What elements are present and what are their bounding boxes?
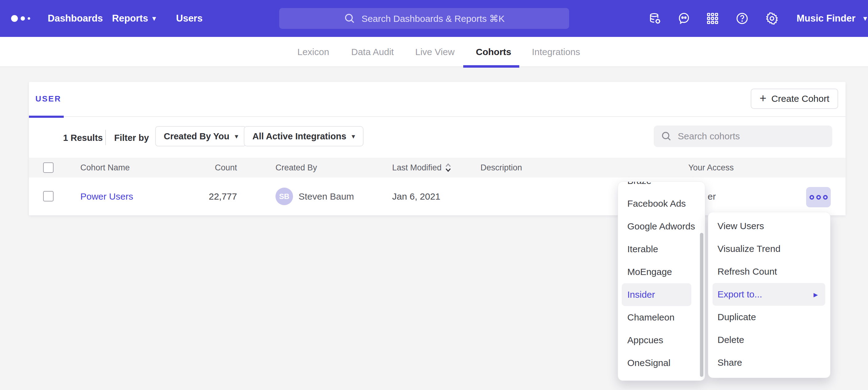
settings-gear-icon[interactable] bbox=[765, 12, 779, 25]
results-count: 1 Results bbox=[63, 133, 103, 143]
menu-item-facebook-ads[interactable]: Facebook Ads bbox=[618, 192, 705, 215]
divider bbox=[105, 130, 106, 145]
tab-lexicon[interactable]: Lexicon bbox=[297, 37, 329, 67]
export-destinations-menu: Braze Facebook Ads Google Adwords Iterab… bbox=[618, 182, 705, 381]
cohorts-card: USER + Create Cohort 1 Results Filter by… bbox=[29, 82, 845, 215]
project-name: Music Finder bbox=[797, 13, 856, 24]
tab-data-audit[interactable]: Data Audit bbox=[351, 37, 394, 67]
created-by-filter-dropdown[interactable]: Created By You ▾ bbox=[155, 126, 247, 147]
row-checkbox[interactable] bbox=[43, 191, 54, 201]
col-count: Count bbox=[177, 158, 237, 177]
chevron-down-icon: ▾ bbox=[352, 133, 355, 140]
app-root: Dashboards Reports ▾ Users Search Dashbo… bbox=[0, 0, 868, 390]
menu-item-export-to[interactable]: Export to... ▸ bbox=[713, 283, 825, 306]
col-description: Description bbox=[480, 158, 522, 177]
dot-icon bbox=[809, 195, 814, 200]
chevron-down-icon: ▾ bbox=[863, 14, 867, 23]
menu-item-appcues[interactable]: Appcues bbox=[618, 329, 705, 352]
filters-row: 1 Results Filter by Created By You ▾ All… bbox=[29, 117, 845, 158]
cohort-table-row: Power Users 22,777 SB Steven Baum Jan 6,… bbox=[29, 177, 845, 215]
table-header-row: Cohort Name Count Created By Last Modifi… bbox=[29, 158, 845, 177]
tab-integrations[interactable]: Integrations bbox=[532, 37, 580, 67]
menu-item-google-adwords[interactable]: Google Adwords bbox=[618, 215, 705, 238]
card-header: USER + Create Cohort bbox=[29, 82, 845, 117]
menu-item-view-users[interactable]: View Users bbox=[708, 215, 830, 237]
global-search-bar[interactable]: Search Dashboards & Reports ⌘K bbox=[279, 8, 569, 29]
dot-icon bbox=[823, 195, 828, 200]
filter-by-label: Filter by bbox=[114, 133, 149, 143]
menu-item-refresh-count[interactable]: Refresh Count bbox=[708, 260, 830, 283]
chevron-down-icon: ▾ bbox=[152, 14, 156, 23]
submenu-arrow-icon: ▸ bbox=[813, 289, 818, 300]
section-tabs: Lexicon Data Audit Live View Cohorts Int… bbox=[0, 37, 868, 67]
menu-item-insider[interactable]: Insider bbox=[622, 283, 691, 306]
cohort-search bbox=[654, 126, 832, 147]
cohort-search-input[interactable] bbox=[678, 131, 813, 141]
nav-users[interactable]: Users bbox=[176, 0, 203, 37]
nav-reports[interactable]: Reports ▾ bbox=[112, 0, 156, 37]
menu-item-duplicate[interactable]: Duplicate bbox=[708, 306, 830, 328]
menu-item-iterable[interactable]: Iterable bbox=[618, 238, 705, 261]
creator-name: Steven Baum bbox=[299, 191, 354, 202]
feedback-icon[interactable] bbox=[677, 12, 691, 25]
menu-item-share[interactable]: Share bbox=[708, 351, 830, 374]
tab-user-cohorts[interactable]: USER bbox=[35, 94, 61, 104]
sort-icon bbox=[445, 163, 452, 172]
global-search-placeholder: Search Dashboards & Reports ⌘K bbox=[361, 13, 504, 24]
tab-cohorts[interactable]: Cohorts bbox=[476, 37, 511, 67]
cohort-link[interactable]: Power Users bbox=[80, 191, 133, 202]
chevron-down-icon: ▾ bbox=[235, 133, 238, 140]
cohort-name-cell: Power Users bbox=[80, 177, 133, 215]
integrations-filter-dropdown[interactable]: All Active Integrations ▾ bbox=[244, 126, 364, 147]
created-by-cell: SB Steven Baum bbox=[276, 177, 354, 215]
logo-three-dots-icon[interactable] bbox=[11, 0, 30, 37]
menu-item-onesignal[interactable]: OneSignal bbox=[618, 352, 705, 374]
col-cohort-name: Cohort Name bbox=[80, 158, 130, 177]
row-actions-button[interactable] bbox=[806, 187, 831, 207]
project-switcher[interactable]: Music Finder ▾ bbox=[797, 0, 867, 37]
col-your-access: Your Access bbox=[646, 158, 776, 177]
nav-reports-label: Reports bbox=[112, 13, 148, 24]
create-cohort-button[interactable]: + Create Cohort bbox=[751, 89, 838, 109]
dot-icon bbox=[816, 195, 821, 200]
your-access-cell-partial: er bbox=[708, 177, 716, 215]
search-icon bbox=[343, 12, 356, 25]
search-icon bbox=[660, 130, 672, 142]
nav-dashboards-label: Dashboards bbox=[48, 13, 103, 24]
menu-item-delete[interactable]: Delete bbox=[708, 328, 830, 351]
data-management-icon[interactable] bbox=[648, 12, 662, 25]
active-tab-underline bbox=[463, 65, 519, 68]
menu-item-visualize-trend[interactable]: Visualize Trend bbox=[708, 237, 830, 260]
help-icon[interactable] bbox=[735, 12, 749, 25]
plus-icon: + bbox=[760, 92, 767, 104]
row-actions-menu: View Users Visualize Trend Refresh Count… bbox=[708, 212, 831, 378]
last-modified-cell: Jan 6, 2021 bbox=[392, 177, 440, 215]
count-cell: 22,777 bbox=[177, 177, 237, 215]
menu-item-braze-clipped[interactable]: Braze bbox=[618, 182, 705, 192]
menu-item-moengage[interactable]: MoEngage bbox=[618, 261, 705, 283]
apps-grid-icon[interactable] bbox=[706, 12, 719, 25]
col-last-modified-sort[interactable]: Last Modified bbox=[392, 158, 452, 177]
top-nav: Dashboards Reports ▾ Users Search Dashbo… bbox=[0, 0, 868, 37]
nav-dashboards[interactable]: Dashboards bbox=[48, 0, 103, 37]
menu-item-chameleon[interactable]: Chameleon bbox=[618, 306, 705, 329]
col-created-by: Created By bbox=[276, 158, 317, 177]
avatar: SB bbox=[276, 188, 293, 205]
select-all-checkbox[interactable] bbox=[43, 162, 54, 173]
tab-live-view[interactable]: Live View bbox=[415, 37, 455, 67]
nav-users-label: Users bbox=[176, 13, 203, 24]
scrollbar-thumb[interactable] bbox=[700, 233, 703, 377]
